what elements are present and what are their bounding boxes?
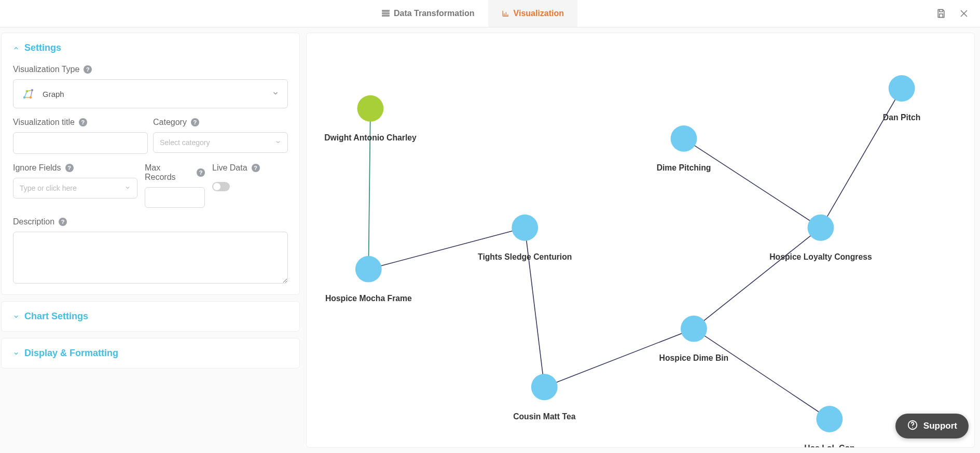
panel-settings-header[interactable]: Settings: [13, 43, 288, 53]
label-ignore-text: Ignore Fields: [13, 163, 61, 173]
svg-point-17: [26, 90, 28, 92]
chevron-down-icon: [272, 90, 279, 98]
topbar-tabs: Data Transformation Visualization: [368, 0, 577, 27]
max-records-input[interactable]: [145, 187, 205, 208]
field-viz-type: Visualization Type ? Graph: [13, 65, 288, 108]
label-description: Description ?: [13, 217, 288, 227]
label-ignore: Ignore Fields ?: [13, 163, 137, 173]
graph-node[interactable]: [816, 406, 843, 432]
label-viz-type-text: Visualization Type: [13, 65, 79, 74]
label-viz-type: Visualization Type ?: [13, 65, 288, 74]
graph-node[interactable]: [357, 95, 384, 122]
topbar-spacer-left: [10, 0, 368, 27]
panel-chart-settings: Chart Settings: [1, 301, 300, 332]
main-area: Settings Visualization Type ? Graph: [0, 27, 980, 453]
viz-type-select[interactable]: Graph: [13, 79, 288, 108]
label-description-text: Description: [13, 217, 54, 227]
panel-chart-settings-header[interactable]: Chart Settings: [13, 311, 288, 322]
graph-edge: [525, 228, 545, 387]
graph-node[interactable]: [889, 75, 915, 102]
field-ignore: Ignore Fields ? Type or click here: [13, 163, 137, 199]
tab-data-transformation[interactable]: Data Transformation: [368, 0, 488, 27]
panel-display-formatting-header[interactable]: Display & Formatting: [13, 348, 288, 359]
panel-chart-settings-title: Chart Settings: [24, 311, 88, 322]
help-icon[interactable]: ?: [59, 218, 67, 226]
graph-node-label: Hos LoL Con: [804, 444, 855, 447]
support-button[interactable]: Support: [895, 414, 969, 438]
help-circle-icon: [907, 419, 918, 433]
graph-node[interactable]: [671, 125, 697, 152]
chevron-down-icon: [13, 350, 19, 357]
help-icon[interactable]: ?: [79, 118, 87, 126]
graph-edge: [368, 108, 370, 269]
support-label: Support: [923, 421, 957, 431]
label-viz-title: Visualization title ?: [13, 118, 148, 127]
graph-node[interactable]: [681, 316, 707, 342]
svg-point-16: [23, 96, 25, 98]
viz-title-input[interactable]: [13, 132, 148, 154]
field-live-data: Live Data ?: [212, 163, 260, 191]
field-viz-title: Visualization title ?: [13, 118, 148, 154]
label-live-data-text: Live Data: [212, 163, 247, 173]
graph-type-icon: [22, 87, 35, 101]
graph-edge: [684, 138, 821, 228]
graph-node-label: Hospice Mocha Frame: [325, 294, 412, 303]
graph-canvas[interactable]: Dwight Antonio CharleyDime PitchingDan P…: [306, 33, 975, 448]
graph-edge: [368, 228, 524, 269]
svg-point-19: [30, 96, 32, 98]
svg-rect-0: [382, 10, 390, 11]
panel-display-formatting-title: Display & Formatting: [24, 348, 118, 359]
help-icon[interactable]: ?: [84, 65, 92, 74]
tab-visualization[interactable]: Visualization: [488, 0, 578, 27]
graph-node[interactable]: [531, 374, 558, 400]
graph-node-label: Cousin Matt Tea: [513, 412, 575, 421]
chevron-down-icon: [125, 184, 131, 192]
label-max-records: Max Records ?: [145, 163, 205, 182]
panel-settings-title: Settings: [24, 43, 61, 53]
help-icon[interactable]: ?: [197, 168, 205, 177]
chevron-down-icon: [275, 138, 281, 147]
field-description: Description ?: [13, 217, 288, 285]
svg-point-21: [912, 427, 913, 428]
svg-rect-2: [382, 15, 390, 17]
panel-display-formatting: Display & Formatting: [1, 338, 300, 369]
panel-settings-body: Visualization Type ? Graph: [13, 65, 288, 285]
label-category-text: Category: [153, 118, 187, 127]
graph-svg[interactable]: Dwight Antonio CharleyDime PitchingDan P…: [307, 33, 974, 447]
table-icon: [382, 10, 390, 17]
topbar-actions: [935, 0, 970, 27]
row-ignore-max-live: Ignore Fields ? Type or click here Ma: [13, 163, 288, 208]
graph-edge: [694, 329, 829, 419]
category-placeholder: Select category: [160, 138, 210, 147]
save-icon[interactable]: [935, 8, 947, 19]
svg-rect-9: [940, 14, 943, 18]
chart-icon: [502, 10, 509, 17]
graph-node-label: Dwight Antonio Charley: [324, 133, 417, 142]
row-title-category: Visualization title ? Category ? Select …: [13, 118, 288, 154]
field-max-records: Max Records ?: [145, 163, 205, 208]
label-viz-title-text: Visualization title: [13, 118, 75, 127]
description-textarea[interactable]: [13, 232, 288, 284]
graph-node-label: Dime Pitching: [657, 163, 711, 172]
field-category: Category ? Select category: [153, 118, 288, 154]
graph-node-label: Hospice Dime Bin: [659, 353, 729, 362]
live-data-toggle[interactable]: [212, 182, 230, 191]
graph-node[interactable]: [808, 215, 834, 241]
help-icon[interactable]: ?: [191, 118, 199, 126]
help-icon[interactable]: ?: [65, 164, 74, 172]
tab-label-visualization: Visualization: [514, 9, 564, 18]
panel-settings: Settings Visualization Type ? Graph: [1, 33, 300, 295]
svg-rect-1: [382, 12, 390, 14]
graph-edge: [694, 228, 821, 329]
svg-rect-8: [940, 10, 943, 12]
ignore-fields-select[interactable]: Type or click here: [13, 178, 137, 199]
close-icon[interactable]: [958, 8, 970, 19]
viz-type-value: Graph: [43, 90, 64, 98]
category-select[interactable]: Select category: [153, 132, 288, 153]
help-icon[interactable]: ?: [252, 164, 260, 172]
graph-node[interactable]: [512, 215, 538, 241]
label-live-data: Live Data ?: [212, 163, 260, 173]
svg-point-18: [31, 89, 33, 91]
topbar-spacer-right: [577, 0, 935, 27]
graph-node[interactable]: [355, 256, 382, 282]
